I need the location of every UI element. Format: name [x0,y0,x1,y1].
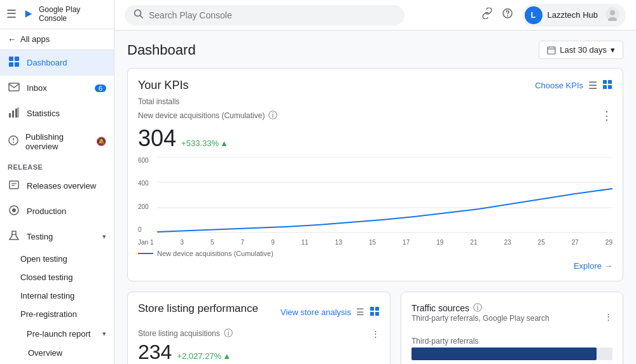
svg-line-28 [141,15,143,18]
svg-rect-9 [15,109,17,118]
sidebar-item-statistics[interactable]: Statistics [0,101,114,126]
sidebar-item-closed-testing[interactable]: Closed testing [0,268,114,286]
sidebar-title: Google Play Console [39,5,107,24]
choose-kpis-button[interactable]: Choose KPIs [535,81,583,90]
view-store-analysis-button[interactable]: View store analysis [280,307,351,317]
traffic-subtitle: Third-party referrals, Google Play searc… [411,314,550,323]
search-icon [134,9,144,22]
statistics-label: Statistics [27,109,60,118]
list-view-icon[interactable]: ☰ [588,79,597,91]
traffic-info-icon[interactable]: ⓘ [473,302,482,314]
sidebar-item-pre-launch[interactable]: Pre-launch report ▾ [0,323,114,344]
sidebar-item-open-testing[interactable]: Open testing [0,250,114,268]
sidebar-item-testing[interactable]: Testing ▾ [0,224,114,250]
metric-info-icon[interactable]: ⓘ [268,110,277,121]
bottom-row: Store listing performance View store ana… [127,292,623,364]
testing-icon [8,230,20,244]
inbox-icon [8,81,20,95]
svg-rect-3 [15,57,19,61]
svg-rect-7 [9,113,11,118]
svg-rect-46 [370,307,374,311]
svg-rect-49 [375,312,379,316]
kpi-chart-area: 600 400 200 0 [157,157,612,235]
store-arrow-icon: ▲ [223,351,231,361]
release-section-label: Release [0,157,114,173]
grid-view-icon[interactable] [602,79,612,92]
overview-label: Overview [28,348,62,358]
help-icon[interactable] [502,8,513,22]
bar-track-third-party [411,347,612,360]
metric-label: Total installs [138,97,612,106]
inbox-label: Inbox [27,83,47,93]
metric-arrow-icon: ▲ [220,138,228,148]
svg-rect-2 [9,57,13,61]
kpi-chart-legend: New device acquisitions (Cumulative) [138,250,612,257]
inbox-badge: 6 [95,84,106,92]
production-label: Production [27,206,66,216]
store-section-header: Store listing performance View store ana… [138,302,380,321]
play-store-logo [20,6,35,22]
search-box[interactable] [125,5,404,25]
traffic-card: Traffic sources ⓘ Third-party referrals,… [401,292,623,364]
kpi-title-row: Your KPIs [138,79,188,92]
account-button[interactable]: L Lazztech Hub [522,4,626,27]
hamburger-icon[interactable]: ☰ [6,7,17,21]
store-metric-change: +2,027.27% ▲ [177,351,231,361]
metric-more-icon[interactable]: ⋮ [601,109,612,123]
svg-rect-38 [603,80,607,84]
chart-y-axis: 600 400 200 0 [138,157,149,233]
pre-launch-collapse-icon: ▾ [102,330,106,338]
store-more-icon[interactable]: ⋮ [371,329,380,339]
sidebar-item-production[interactable]: Production [0,199,114,224]
search-input[interactable] [149,10,396,20]
svg-point-32 [610,10,615,15]
store-grid-view-icon[interactable] [370,306,380,318]
metric-sub-label: New device acquisitions (Cumulative) [138,111,265,120]
sidebar-item-internal-testing[interactable]: Internal testing [0,286,114,305]
open-testing-label: Open testing [20,254,67,264]
sidebar: ☰ Google Play Console ← All apps Dashboa… [0,0,114,364]
publishing-icon [8,135,19,149]
sidebar-item-publishing[interactable]: Publishing overview 🔕 [0,126,114,157]
metric-change: +533.33% ▲ [181,138,228,148]
dashboard-label: Dashboard [27,58,67,67]
store-metric-value: 234 [138,340,172,364]
sidebar-nav: Dashboard Inbox 6 Statistics Publishing … [0,50,114,364]
svg-rect-14 [10,181,18,189]
store-metric-label: Store listing acquisitions [138,329,220,338]
statistics-icon [8,107,20,121]
sidebar-item-dashboard[interactable]: Dashboard [0,50,114,76]
publishing-label: Publishing overview [25,132,90,151]
svg-point-18 [12,208,16,212]
sidebar-item-inbox[interactable]: Inbox 6 [0,76,114,101]
store-list-view-icon[interactable]: ☰ [356,307,364,317]
all-apps-label: All apps [20,34,50,44]
sidebar-item-pre-registration[interactable]: Pre-registration [0,305,114,323]
explore-arrow-icon: → [604,261,612,271]
traffic-bar-chart: Third-party referrals Google Play search… [411,337,612,364]
back-icon: ← [8,34,17,44]
traffic-more-icon[interactable]: ⋮ [604,312,612,321]
explore-link[interactable]: Explore → [138,261,612,271]
sidebar-item-details[interactable]: Details [0,361,114,364]
topbar: L Lazztech Hub [114,0,636,30]
link-icon[interactable] [481,8,493,22]
store-info-icon[interactable]: ⓘ [224,328,233,339]
svg-rect-8 [12,111,14,118]
sidebar-item-releases-overview[interactable]: Releases overview [0,173,114,199]
date-range-button[interactable]: Last 30 days ▾ [539,41,623,59]
kpi-section-title: Your KPIs [138,79,188,92]
legend-text: New device acquisitions (Cumulative) [157,250,273,257]
dashboard-icon [8,56,20,70]
sidebar-item-overview[interactable]: Overview [0,344,114,361]
svg-rect-5 [15,62,19,67]
releases-icon [8,179,20,193]
svg-rect-47 [375,307,379,311]
date-range-label: Last 30 days [560,45,607,55]
kpi-chart-x-labels: Jan 13579 1113151719 2123252729 [138,238,612,247]
bar-fill-third-party [411,347,597,360]
account-avatar: L [525,6,543,24]
all-apps-button[interactable]: ← All apps [0,29,114,50]
store-metric-row: 234 +2,027.27% ▲ [138,340,380,364]
traffic-label: Traffic sources [411,303,469,313]
